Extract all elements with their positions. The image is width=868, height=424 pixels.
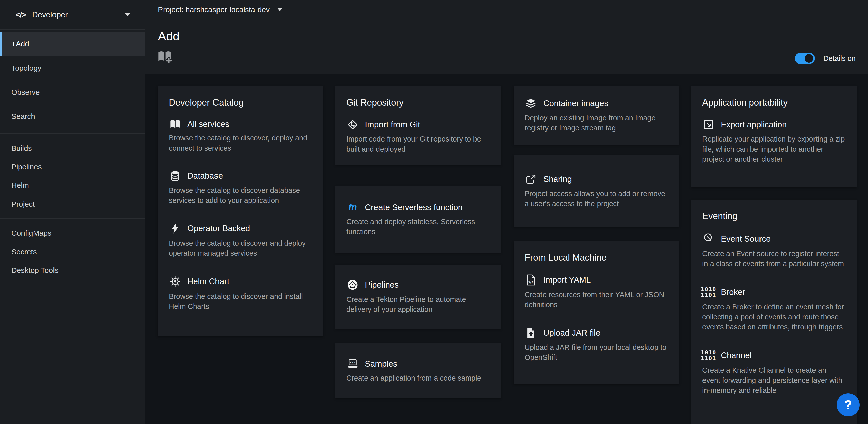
catalog-item-sharing: SharingProject access allows you to add … [525,174,668,208]
catalog-item-link-sharing[interactable]: Sharing [525,174,668,185]
catalog-item-operator-backed: Operator BackedBrowse the catalog to dis… [169,223,312,258]
book-plus-icon [157,60,172,64]
help-button[interactable]: ? [837,393,860,417]
catalog-item-description: Browse the catalog to discover, deploy a… [169,133,312,153]
details-toggle-label: Details on [823,54,856,63]
git-icon [346,119,359,130]
catalog-item-import-from-git: Import from GitImport code from your Git… [346,119,490,154]
add-page-content: Developer CatalogAll servicesBrowse the … [146,74,868,424]
catalog-item-helm-chart: Helm ChartBrowse the catalog to discover… [169,276,312,311]
catalog-item-event-source: Event SourceCreate an Event source to re… [702,233,846,269]
card-title: From Local Machine [525,252,668,263]
page-title: Add [158,29,179,43]
card-developer-catalog: Developer CatalogAll servicesBrowse the … [158,86,323,336]
helm-icon [169,276,181,287]
sidebar-group: BuildsPipelinesHelmProject [0,139,145,214]
catalog-item-pipelines: PipelinesCreate a Tekton Pipeline to aut… [346,279,490,314]
catalog-item-create-serverless-function: fnCreate Serverless functionCreate and d… [346,202,490,237]
catalog-item-link-import-from-git[interactable]: Import from Git [346,119,490,130]
catalog-item-link-broker[interactable]: 10101101Broker [702,286,846,298]
catalog-item-link-create-serverless-function[interactable]: fnCreate Serverless function [346,202,490,213]
card-create-serverless-function: fnCreate Serverless functionCreate and d… [335,186,501,253]
catalog-item-label: Samples [365,359,397,369]
catalog-item-link-samples[interactable]: </>Samples [346,359,490,369]
catalog-column: Developer CatalogAll servicesBrowse the … [158,74,323,424]
sidebar: </> Developer +AddTopologyObserveSearchB… [0,0,145,424]
catalog-item-export-application: Export applicationReplicate your applica… [702,119,846,164]
sidebar-item-secrets[interactable]: Secrets [0,243,145,261]
card-container-images: Container imagesDeploy an existing Image… [514,86,679,144]
sidebar-item-desktop-tools[interactable]: Desktop Tools [0,261,145,280]
catalog-item-label: Database [187,171,223,181]
file-upload-icon [525,327,537,338]
sidebar-item-pipelines[interactable]: Pipelines [0,158,145,176]
details-toggle-knob [805,54,813,63]
catalog-item-label: Container images [543,98,608,108]
catalog-item-channel: 10101101ChannelCreate a Knative Channel … [702,349,846,395]
project-selector[interactable]: Project: harshcasper-localsta-dev [146,0,868,19]
sidebar-item-search[interactable]: Search [0,104,145,129]
catalog-item-link-pipelines[interactable]: Pipelines [346,279,490,290]
pipelines-icon [346,279,359,290]
card-pipelines: PipelinesCreate a Tekton Pipeline to aut… [335,265,501,329]
catalog-item-label: Import YAML [543,275,591,285]
sidebar-item-configmaps[interactable]: ConfigMaps [0,224,145,243]
function-icon: fn [346,202,359,213]
chevron-down-icon [277,8,282,11]
catalog-item-label: Channel [721,350,752,360]
catalog-item-link-operator-backed[interactable]: Operator Backed [169,223,312,234]
catalog-item-label: Export application [721,120,786,130]
database-icon [169,171,181,181]
quick-starts-button[interactable] [157,50,172,64]
catalog-item-broker: 10101101BrokerCreate a Broker to define … [702,286,846,332]
catalog-item-description: Project access allows you to add or remo… [525,189,668,208]
sidebar-item-project[interactable]: Project [0,195,145,214]
sidebar-item-builds[interactable]: Builds [0,139,145,158]
catalog-item-description: Create resources from their YAML or JSON… [525,289,668,310]
catalog-item-description: Create an application from a code sample [346,373,490,383]
catalog-item-description: Replicate your application by exporting … [702,134,846,164]
catalog-item-link-event-source[interactable]: Event Source [702,233,846,245]
catalog-item-container-images: Container imagesDeploy an existing Image… [525,98,668,133]
sidebar-nav: +AddTopologyObserveSearchBuildsPipelines… [0,30,145,280]
sidebar-item-observe[interactable]: Observe [0,80,145,104]
project-selector-label: Project: harshcasper-localsta-dev [158,5,270,14]
svg-text:</>: </> [350,361,355,364]
samples-icon: </> [346,359,359,369]
card-title: Developer Catalog [169,97,312,108]
code-icon: </> [16,10,26,19]
catalog-item-link-helm-chart[interactable]: Helm Chart [169,276,312,287]
catalog-column: Container imagesDeploy an existing Image… [514,74,679,424]
catalog-item-link-import-yaml[interactable]: </>Import YAML [525,275,668,285]
sidebar-divider [0,134,145,134]
export-icon [702,119,715,130]
bolt-icon [169,223,181,234]
book-icon [169,119,181,129]
card-from-local-machine: From Local Machine</>Import YAMLCreate r… [514,241,679,384]
catalog-item-description: Deploy an existing Image from an Image r… [525,113,668,133]
perspective-switcher[interactable]: </> Developer [0,0,145,30]
card-title: Application portability [702,97,846,108]
sidebar-divider [0,219,145,219]
file-code-icon: </> [525,275,537,285]
catalog-column: Git RepositoryImport from GitImport code… [335,74,501,424]
catalog-item-link-channel[interactable]: 10101101Channel [702,349,846,361]
sidebar-item-helm[interactable]: Helm [0,176,145,195]
details-toggle[interactable] [795,53,815,64]
sidebar-item-add[interactable]: +Add [0,32,145,56]
catalog-item-link-all-services[interactable]: All services [169,119,312,129]
catalog-item-description: Browse the catalog to discover database … [169,185,312,205]
catalog-item-label: Broker [721,287,745,297]
sidebar-item-topology[interactable]: Topology [0,56,145,80]
sidebar-group: +AddTopologyObserveSearch [0,32,145,129]
catalog-item-link-export-application[interactable]: Export application [702,119,846,130]
catalog-item-link-upload-jar-file[interactable]: Upload JAR file [525,327,668,338]
catalog-item-description: Import code from your Git repository to … [346,134,490,154]
catalog-item-label: Helm Chart [187,277,229,286]
catalog-item-link-container-images[interactable]: Container images [525,98,668,109]
catalog-item-link-database[interactable]: Database [169,171,312,181]
svg-text:</>: </> [528,280,534,284]
card-title: Git Repository [346,97,490,108]
card-eventing: EventingEvent SourceCreate an Event sour… [691,200,857,424]
catalog-item-description: Create a Knative Channel to create an ev… [702,365,846,395]
